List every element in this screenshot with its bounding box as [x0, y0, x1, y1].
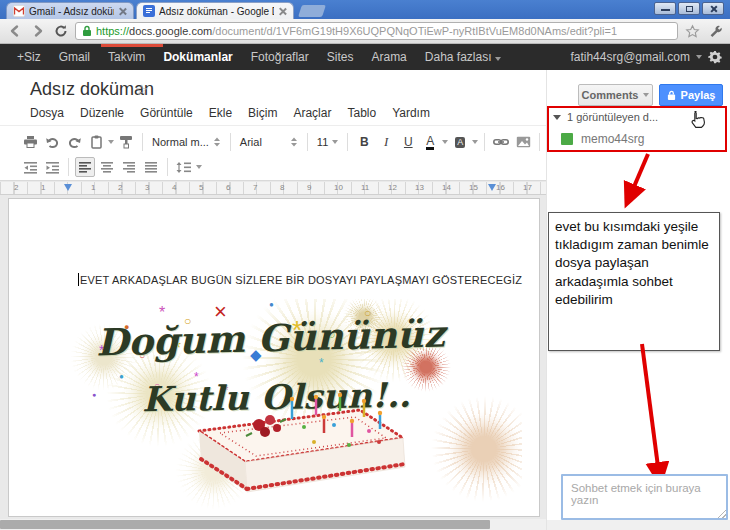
style-select[interactable]: Normal m... [149, 136, 224, 148]
tab-close-icon[interactable] [278, 7, 287, 16]
menu-araclar[interactable]: Araçlar [285, 106, 339, 120]
menu-duzenle[interactable]: Düzenle [72, 106, 132, 120]
gbar-item-dokumanlar[interactable]: Dokümanlar [154, 50, 241, 64]
format-toolbar: Normal m... Arial 11 B I U A [0, 125, 546, 181]
highlight-color-button[interactable]: A [450, 132, 470, 152]
align-right-button[interactable] [119, 157, 139, 177]
print-icon[interactable] [20, 132, 40, 152]
chevron-down-icon[interactable] [108, 140, 114, 144]
font-select[interactable]: Arial [237, 136, 301, 148]
forward-button[interactable] [29, 22, 47, 40]
birthday-image[interactable]: ×◆*○○○*●*○*●○*●*●* Doğum Gününüz Kutlu O… [64, 299, 522, 509]
scrollbar-thumb[interactable] [0, 520, 490, 529]
menu-ekle[interactable]: Ekle [201, 106, 240, 120]
back-button[interactable] [6, 22, 24, 40]
padlock-icon [82, 25, 92, 37]
paste-format-icon[interactable] [86, 132, 106, 152]
minimize-button[interactable] [654, 2, 676, 15]
new-tab-button[interactable] [298, 5, 326, 17]
menu-tablo[interactable]: Tablo [339, 106, 384, 120]
gbar-item-daha-fazlasi[interactable]: Daha fazlası [416, 50, 510, 64]
chevron-down-icon[interactable] [196, 165, 202, 169]
chevron-down-icon [332, 140, 338, 144]
url-text: https://docs.google.com/document/d/1VF6m… [96, 25, 617, 37]
paint-format-icon[interactable] [116, 132, 136, 152]
indent-icon[interactable] [42, 157, 62, 177]
tab-title: Adsız doküman - Google Dokü [159, 6, 274, 17]
justify-button[interactable] [141, 157, 161, 177]
right-indent-marker[interactable] [488, 184, 496, 191]
text-cursor [78, 273, 79, 286]
sidebar-bottom-strip [547, 520, 730, 530]
italic-button[interactable]: I [376, 132, 396, 152]
line-spacing-icon[interactable] [174, 157, 194, 177]
outdent-icon[interactable] [20, 157, 40, 177]
docs-icon [143, 5, 155, 17]
gbar-item-fotograflar[interactable]: Fotoğraflar [242, 50, 318, 64]
comments-button[interactable]: Comments [578, 84, 653, 106]
gear-icon[interactable] [708, 50, 722, 64]
browser-toolbar: https://docs.google.com/document/d/1VF6m… [0, 19, 730, 44]
chevron-down-icon[interactable] [472, 140, 478, 144]
chat-input[interactable] [561, 474, 728, 520]
active-item-marker [101, 44, 163, 47]
account-email[interactable]: fatih44srg@gmail.com [570, 50, 690, 64]
menu-yardim[interactable]: Yardım [384, 106, 438, 120]
lock-icon [667, 90, 676, 101]
right-sidebar: Comments Paylaş 1 görüntüleyen d... memo… [546, 70, 730, 530]
address-bar[interactable]: https://docs.google.com/document/d/1VF6m… [75, 22, 678, 40]
menu-bicim[interactable]: Biçim [240, 106, 285, 120]
star-icon[interactable]: ☆ [135, 81, 148, 99]
reload-button[interactable] [52, 22, 70, 40]
close-button[interactable] [702, 2, 724, 15]
chevron-down-icon [495, 57, 501, 61]
google-bar: +Siz Gmail Takvim Dokümanlar Fotoğraflar… [0, 44, 730, 70]
redo-icon[interactable] [64, 132, 84, 152]
spinner-icon [213, 136, 221, 148]
annotation-note: evet bu kısımdaki yeşile tıkladıgım zama… [548, 212, 720, 351]
gbar-item-gmail[interactable]: Gmail [50, 50, 99, 64]
gbar-item-sites[interactable]: Sites [318, 50, 363, 64]
ruler: 211234567891011121314151617 [0, 182, 546, 195]
browser-tab-docs[interactable]: Adsız doküman - Google Dokü [136, 2, 294, 19]
left-indent-marker[interactable] [64, 184, 72, 191]
chevron-down-icon [643, 93, 649, 97]
bookmark-star-icon[interactable] [683, 22, 701, 40]
spinner-icon [290, 136, 298, 148]
gmail-icon [13, 5, 25, 17]
underline-button[interactable]: U [398, 132, 418, 152]
gbar-item-takvim[interactable]: Takvim [99, 50, 154, 64]
font-size-select[interactable]: 11 [314, 136, 341, 148]
doc-header: Adsız doküman ☆ Dosya Düzenle Görüntüle … [0, 70, 546, 125]
tab-strip: Gmail - Adsız doküman (fatih4 Adsız dokü… [0, 0, 730, 19]
tab-close-icon[interactable] [118, 7, 127, 16]
undo-icon[interactable] [42, 132, 62, 152]
hand-cursor-icon [689, 110, 705, 134]
horizontal-scrollbar[interactable] [0, 519, 546, 530]
align-center-button[interactable] [97, 157, 117, 177]
restore-button[interactable] [678, 2, 700, 15]
gbar-item-plus-siz[interactable]: +Siz [8, 50, 50, 64]
birthday-cake [164, 387, 414, 507]
browser-tab-gmail[interactable]: Gmail - Adsız doküman (fatih4 [6, 2, 134, 19]
menu-bar: Dosya Düzenle Görüntüle Ekle Biçim Araçl… [22, 106, 438, 120]
document-page[interactable]: EVET ARKADAŞLAR BUGÜN SİZLERE BİR DOSYAY… [8, 198, 540, 517]
tab-title: Gmail - Adsız doküman (fatih4 [29, 6, 114, 17]
insert-image-icon[interactable] [513, 132, 533, 152]
menu-goruntule[interactable]: Görüntüle [132, 106, 201, 120]
text-color-button[interactable]: A [420, 132, 440, 152]
doc-heading-text: EVET ARKADAŞLAR BUGÜN SİZLERE BİR DOSYAY… [78, 273, 522, 286]
bold-button[interactable]: B [354, 132, 374, 152]
docs-main: Adsız doküman ☆ Dosya Düzenle Görüntüle … [0, 70, 546, 530]
insert-link-icon[interactable] [491, 132, 511, 152]
browser-window: Gmail - Adsız doküman (fatih4 Adsız dokü… [0, 0, 730, 530]
chevron-down-icon [696, 55, 702, 59]
menu-dosya[interactable]: Dosya [22, 106, 72, 120]
wrench-icon[interactable] [706, 22, 724, 40]
document-canvas: EVET ARKADAŞLAR BUGÜN SİZLERE BİR DOSYAY… [0, 196, 546, 530]
chevron-down-icon[interactable] [442, 140, 448, 144]
gbar-item-arama[interactable]: Arama [362, 50, 415, 64]
window-controls [654, 2, 724, 15]
share-button[interactable]: Paylaş [659, 84, 723, 106]
align-left-button[interactable] [75, 157, 95, 177]
